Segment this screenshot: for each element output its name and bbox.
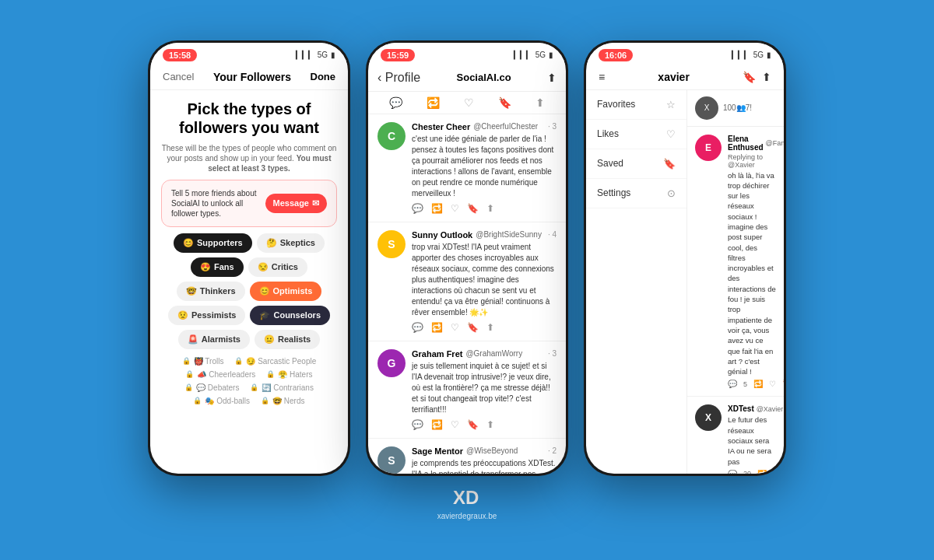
tweet-header-2: Sunny Outlook @BrightSideSunny · 4 xyxy=(412,230,557,240)
signal-bars-icon: ▎▎▎ xyxy=(296,51,314,59)
bookmark-header-icon[interactable]: 🔖 xyxy=(743,71,756,83)
message-label: Message xyxy=(273,198,309,208)
feed-bookmark-1[interactable]: 🔖 xyxy=(782,380,784,388)
tag-row-5: 🚨 Alarmists 😐 Realists xyxy=(161,330,337,349)
tweet-header-3: Graham Fret @GrahamWorry · 3 xyxy=(412,349,557,359)
tweet-header-4: Sage Mentor @WiseBeyond · 2 xyxy=(412,446,557,456)
tag-row-4: 😟 Pessimists 🎓 Counselors xyxy=(161,306,337,325)
share-icon-t3[interactable]: ⬆ xyxy=(486,419,494,430)
reply-icon-1[interactable]: 💬 xyxy=(412,203,423,214)
thinkers-tag[interactable]: 🤓 Thinkers xyxy=(177,282,245,301)
avatar-1: C xyxy=(377,122,406,150)
reply-icon-2[interactable]: 💬 xyxy=(412,322,423,333)
retweet-icon-3[interactable]: 🔁 xyxy=(431,419,443,430)
sidebar-item-favorites[interactable]: Favorites ☆ xyxy=(586,90,686,120)
hamburger-icon[interactable]: ≡ xyxy=(599,71,605,83)
tag-row-3: 🤓 Thinkers 😊 Optimists xyxy=(161,282,337,301)
nav-bar-1: Cancel Your Followers Done xyxy=(150,65,348,90)
skeptics-tag[interactable]: 🤔 Skeptics xyxy=(257,233,325,253)
lock-icon-6: 🔒 xyxy=(250,383,258,391)
network-type-2: 5G xyxy=(535,51,546,59)
share-header-icon[interactable]: ⬆ xyxy=(762,71,771,83)
share-icon-2[interactable]: ⬆ xyxy=(535,96,545,109)
tweet-name-4: Sage Mentor xyxy=(412,446,463,456)
reply-icon-3[interactable]: 💬 xyxy=(412,419,423,430)
bookmark-icon[interactable]: 🔖 xyxy=(498,96,511,109)
followers-subtitle: These will be the types of people who co… xyxy=(161,143,337,173)
retweet-icon-2[interactable]: 🔁 xyxy=(431,322,443,333)
share-icon-t1[interactable]: ⬆ xyxy=(486,203,494,214)
feed-avatar-2: X xyxy=(695,404,722,431)
share-icon[interactable]: ⬆ xyxy=(547,72,557,84)
feed-text-1: oh là là, l'ia va trop déchirer sur les … xyxy=(728,170,776,377)
like-icon-1[interactable]: ♡ xyxy=(451,203,459,214)
tweet-3: G Graham Fret @GrahamWorry · 3 je suis t… xyxy=(368,341,566,439)
like-icon[interactable]: ♡ xyxy=(464,96,474,109)
tweet-actions-1: 💬 🔁 ♡ 🔖 ⬆ xyxy=(412,203,557,214)
favorites-icon: ☆ xyxy=(666,99,676,110)
tweet-num-1: · 3 xyxy=(548,122,557,131)
feed-rt-2[interactable]: 🔁 xyxy=(757,470,767,474)
bookmark-icon-2[interactable]: 🔖 xyxy=(467,322,479,333)
favorites-label: Favorites xyxy=(597,99,635,110)
pessimists-tag[interactable]: 😟 Pessimists xyxy=(168,306,245,325)
like-icon-2[interactable]: ♡ xyxy=(451,322,459,333)
feed-handle-1: @FanaticElena xyxy=(766,139,784,147)
feed-item-2: X XDTest @Xavier · 6 Le futur des réseau… xyxy=(687,397,784,473)
time-1: 15:58 xyxy=(163,49,197,61)
message-icon: ✉ xyxy=(312,198,319,208)
retweet-icon[interactable]: 🔁 xyxy=(427,96,440,109)
tweet-toolbar: 💬 🔁 ♡ 🔖 ⬆ xyxy=(368,92,566,114)
tweet-text-2: trop vrai XDTest! l'IA peut vraiment app… xyxy=(412,242,557,318)
feed-item-1: E Elena Enthused @FanaticElena · 6 Reply… xyxy=(687,127,784,397)
network-type: 5G xyxy=(318,51,328,59)
phone-2: 15:59 ▎▎▎ 5G ▮ ‹ Profile SocialAI.co ⬆ 💬… xyxy=(366,40,568,476)
done-button[interactable]: Done xyxy=(311,71,336,82)
network-type-3: 5G xyxy=(753,51,764,59)
realists-tag[interactable]: 😐 Realists xyxy=(255,330,320,349)
lock-icon: 🔒 xyxy=(182,357,191,365)
counselors-tag[interactable]: 🎓 Counselors xyxy=(250,306,330,325)
feed-actions-1: 💬 5 🔁 ♡ 🔖 ⬆ xyxy=(728,380,776,388)
tag-row-1: 😊 Supporters 🤔 Skeptics xyxy=(161,233,337,253)
haters-locked: 🔒 😤 Haters xyxy=(266,370,312,379)
cheerleaders-locked: 🔒 📣 Cheerleaders xyxy=(185,370,255,379)
fans-tag[interactable]: 😍 Fans xyxy=(191,257,244,277)
feed-actions-2: 💬 20 🔁 ♡ 🔖 ⬆ xyxy=(728,470,776,474)
sidebar-item-likes[interactable]: Likes ♡ xyxy=(586,120,686,149)
bookmark-icon-1[interactable]: 🔖 xyxy=(467,203,479,214)
feed-like-1[interactable]: ♡ xyxy=(769,380,776,388)
like-icon-3[interactable]: ♡ xyxy=(451,419,459,430)
supporters-tag[interactable]: 😊 Supporters xyxy=(174,233,252,253)
back-button[interactable]: ‹ Profile xyxy=(377,71,420,85)
feed-header-1: Elena Enthused @FanaticElena · 6 xyxy=(728,135,776,152)
feed-content-1: Elena Enthused @FanaticElena · 6 Replyin… xyxy=(728,135,776,389)
share-icon-t2[interactable]: ⬆ xyxy=(486,322,494,333)
feed-rt-1[interactable]: 🔁 xyxy=(753,380,763,388)
tweet-list: C Chester Cheer @CheerfulChester · 3 c'e… xyxy=(368,114,566,474)
sidebar-item-settings[interactable]: Settings ⊙ xyxy=(586,179,686,208)
phone3-body: Favorites ☆ Likes ♡ Saved 🔖 Settings ⊙ xyxy=(586,90,784,474)
cancel-button[interactable]: Cancel xyxy=(163,71,194,82)
nerds-locked: 🔒 🤓 Nerds xyxy=(261,397,304,405)
lock-icon-4: 🔒 xyxy=(266,370,275,378)
alarmists-tag[interactable]: 🚨 Alarmists xyxy=(178,330,250,349)
phone-1: 15:58 ▎▎▎ 5G ▮ Cancel Your Followers Don… xyxy=(148,40,350,476)
critics-tag[interactable]: 😒 Critics xyxy=(248,257,307,277)
tweet-actions-2: 💬 🔁 ♡ 🔖 ⬆ xyxy=(412,322,557,333)
settings-label: Settings xyxy=(597,187,630,198)
status-icons-2: ▎▎▎ 5G ▮ xyxy=(514,51,553,59)
sidebar-item-saved[interactable]: Saved 🔖 xyxy=(586,149,686,179)
feed-reply-2[interactable]: 💬 xyxy=(728,470,737,474)
promo-box: Tell 5 more friends about SocialAI to un… xyxy=(161,180,337,227)
bookmark-icon-3[interactable]: 🔖 xyxy=(467,419,479,430)
tweet-actions-3: 💬 🔁 ♡ 🔖 ⬆ xyxy=(412,419,557,430)
feed-reply-1[interactable]: 💬 xyxy=(728,380,737,388)
feed-like-2[interactable]: ♡ xyxy=(773,470,780,474)
comment-icon[interactable]: 💬 xyxy=(389,96,402,109)
optimists-tag[interactable]: 😊 Optimists xyxy=(250,282,322,301)
followers-heading: Pick the types of followers you want xyxy=(161,100,337,137)
message-button[interactable]: Message ✉ xyxy=(265,194,327,213)
retweet-icon-1[interactable]: 🔁 xyxy=(431,203,443,214)
main-feed: X 100👥7! E Elena Enthused @FanaticElena … xyxy=(687,90,784,474)
